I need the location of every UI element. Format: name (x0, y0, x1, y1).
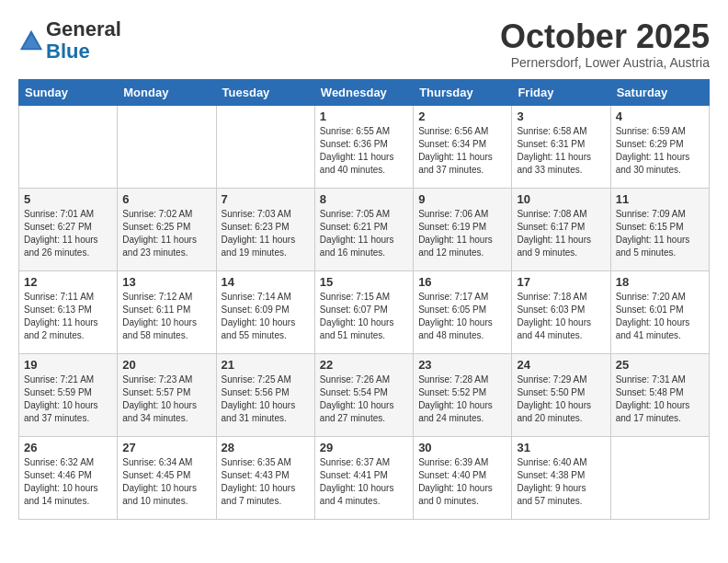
day-info: Sunrise: 7:23 AM Sunset: 5:57 PM Dayligh… (122, 373, 210, 425)
day-info: Sunrise: 7:31 AM Sunset: 5:48 PM Dayligh… (616, 373, 704, 425)
calendar-cell: 24Sunrise: 7:29 AM Sunset: 5:50 PM Dayli… (512, 353, 610, 436)
day-info: Sunrise: 7:09 AM Sunset: 6:15 PM Dayligh… (616, 208, 704, 259)
calendar-cell: 21Sunrise: 7:25 AM Sunset: 5:56 PM Dayli… (216, 353, 314, 436)
day-number: 6 (122, 192, 210, 206)
day-info: Sunrise: 7:06 AM Sunset: 6:19 PM Dayligh… (418, 208, 506, 259)
day-number: 27 (122, 441, 210, 454)
day-info: Sunrise: 6:37 AM Sunset: 4:41 PM Dayligh… (320, 456, 408, 508)
day-info: Sunrise: 6:55 AM Sunset: 6:36 PM Dayligh… (320, 125, 408, 177)
calendar-cell: 7Sunrise: 7:03 AM Sunset: 6:23 PM Daylig… (216, 188, 314, 270)
calendar-cell: 25Sunrise: 7:31 AM Sunset: 5:48 PM Dayli… (610, 353, 709, 436)
day-info: Sunrise: 6:39 AM Sunset: 4:40 PM Dayligh… (418, 456, 506, 508)
day-info: Sunrise: 7:20 AM Sunset: 6:01 PM Dayligh… (616, 291, 704, 342)
day-number: 29 (320, 441, 408, 454)
day-number: 30 (418, 441, 506, 454)
day-number: 5 (24, 192, 112, 206)
day-info: Sunrise: 7:26 AM Sunset: 5:54 PM Dayligh… (320, 373, 408, 425)
calendar-cell: 26Sunrise: 6:32 AM Sunset: 4:46 PM Dayli… (19, 436, 118, 519)
day-number: 17 (517, 275, 605, 289)
day-info: Sunrise: 6:56 AM Sunset: 6:34 PM Dayligh… (418, 125, 506, 177)
day-number: 22 (320, 358, 408, 372)
day-info: Sunrise: 7:08 AM Sunset: 6:17 PM Dayligh… (517, 208, 605, 259)
calendar-cell: 18Sunrise: 7:20 AM Sunset: 6:01 PM Dayli… (610, 270, 709, 353)
day-number: 24 (517, 358, 605, 372)
week-row-1: 5Sunrise: 7:01 AM Sunset: 6:27 PM Daylig… (19, 188, 710, 270)
calendar-cell: 3Sunrise: 6:58 AM Sunset: 6:31 PM Daylig… (512, 105, 610, 188)
day-number: 26 (24, 441, 112, 454)
day-info: Sunrise: 7:18 AM Sunset: 6:03 PM Dayligh… (517, 291, 605, 342)
day-number: 18 (616, 275, 704, 289)
day-info: Sunrise: 6:58 AM Sunset: 6:31 PM Dayligh… (517, 125, 605, 177)
day-number: 25 (616, 358, 704, 372)
day-info: Sunrise: 7:29 AM Sunset: 5:50 PM Dayligh… (517, 373, 605, 425)
calendar-cell (19, 105, 118, 188)
day-info: Sunrise: 7:15 AM Sunset: 6:07 PM Dayligh… (320, 291, 408, 342)
day-info: Sunrise: 7:05 AM Sunset: 6:21 PM Dayligh… (320, 208, 408, 259)
calendar-cell: 29Sunrise: 6:37 AM Sunset: 4:41 PM Dayli… (314, 436, 413, 519)
calendar-cell: 4Sunrise: 6:59 AM Sunset: 6:29 PM Daylig… (610, 105, 709, 188)
day-info: Sunrise: 7:03 AM Sunset: 6:23 PM Dayligh… (222, 208, 310, 259)
calendar-cell (216, 105, 314, 188)
day-number: 16 (418, 275, 506, 289)
weekday-header-wednesday: Wednesday (314, 79, 413, 105)
day-number: 11 (616, 192, 704, 206)
day-number: 14 (222, 275, 310, 289)
title-block: October 2025 Pernersdorf, Lower Austria,… (500, 18, 710, 70)
day-info: Sunrise: 7:28 AM Sunset: 5:52 PM Dayligh… (418, 373, 506, 425)
weekday-header-thursday: Thursday (414, 79, 512, 105)
calendar-cell: 12Sunrise: 7:11 AM Sunset: 6:13 PM Dayli… (19, 270, 118, 353)
day-info: Sunrise: 6:59 AM Sunset: 6:29 PM Dayligh… (616, 125, 704, 177)
calendar-cell: 6Sunrise: 7:02 AM Sunset: 6:25 PM Daylig… (118, 188, 216, 270)
calendar-cell: 11Sunrise: 7:09 AM Sunset: 6:15 PM Dayli… (610, 188, 709, 270)
calendar-table: SundayMondayTuesdayWednesdayThursdayFrid… (18, 79, 710, 520)
calendar-cell: 31Sunrise: 6:40 AM Sunset: 4:38 PM Dayli… (512, 436, 610, 519)
calendar-cell: 22Sunrise: 7:26 AM Sunset: 5:54 PM Dayli… (314, 353, 413, 436)
calendar-cell: 9Sunrise: 7:06 AM Sunset: 6:19 PM Daylig… (414, 188, 512, 270)
weekday-header-tuesday: Tuesday (216, 79, 314, 105)
day-number: 3 (517, 109, 605, 123)
page-header: General Blue October 2025 Pernersdorf, L… (18, 18, 710, 70)
weekday-header-monday: Monday (118, 79, 216, 105)
calendar-cell: 20Sunrise: 7:23 AM Sunset: 5:57 PM Dayli… (118, 353, 216, 436)
week-row-3: 19Sunrise: 7:21 AM Sunset: 5:59 PM Dayli… (19, 353, 710, 436)
day-info: Sunrise: 7:02 AM Sunset: 6:25 PM Dayligh… (122, 208, 210, 259)
day-number: 12 (24, 275, 112, 289)
week-row-0: 1Sunrise: 6:55 AM Sunset: 6:36 PM Daylig… (19, 105, 710, 188)
day-info: Sunrise: 7:11 AM Sunset: 6:13 PM Dayligh… (24, 291, 112, 342)
month-title: October 2025 (500, 18, 710, 55)
day-number: 15 (320, 275, 408, 289)
day-number: 10 (517, 192, 605, 206)
calendar-cell: 8Sunrise: 7:05 AM Sunset: 6:21 PM Daylig… (314, 188, 413, 270)
day-info: Sunrise: 7:01 AM Sunset: 6:27 PM Dayligh… (24, 208, 112, 259)
day-info: Sunrise: 7:17 AM Sunset: 6:05 PM Dayligh… (418, 291, 506, 342)
day-info: Sunrise: 7:21 AM Sunset: 5:59 PM Dayligh… (24, 373, 112, 425)
weekday-header-row: SundayMondayTuesdayWednesdayThursdayFrid… (19, 79, 710, 105)
calendar-cell: 10Sunrise: 7:08 AM Sunset: 6:17 PM Dayli… (512, 188, 610, 270)
calendar-cell: 2Sunrise: 6:56 AM Sunset: 6:34 PM Daylig… (414, 105, 512, 188)
day-number: 4 (616, 109, 704, 123)
day-number: 2 (418, 109, 506, 123)
day-info: Sunrise: 7:25 AM Sunset: 5:56 PM Dayligh… (222, 373, 310, 425)
day-info: Sunrise: 7:14 AM Sunset: 6:09 PM Dayligh… (222, 291, 310, 342)
calendar-cell: 14Sunrise: 7:14 AM Sunset: 6:09 PM Dayli… (216, 270, 314, 353)
day-number: 28 (222, 441, 310, 454)
weekday-header-sunday: Sunday (19, 79, 118, 105)
day-number: 19 (24, 358, 112, 372)
day-info: Sunrise: 6:40 AM Sunset: 4:38 PM Dayligh… (517, 456, 605, 508)
day-number: 9 (418, 192, 506, 206)
day-number: 8 (320, 192, 408, 206)
day-number: 7 (222, 192, 310, 206)
week-row-4: 26Sunrise: 6:32 AM Sunset: 4:46 PM Dayli… (19, 436, 710, 519)
calendar-cell (610, 436, 709, 519)
calendar-cell: 28Sunrise: 6:35 AM Sunset: 4:43 PM Dayli… (216, 436, 314, 519)
day-number: 23 (418, 358, 506, 372)
logo-blue-text: Blue (46, 40, 90, 63)
weekday-header-saturday: Saturday (610, 79, 709, 105)
week-row-2: 12Sunrise: 7:11 AM Sunset: 6:13 PM Dayli… (19, 270, 710, 353)
calendar-cell: 23Sunrise: 7:28 AM Sunset: 5:52 PM Dayli… (414, 353, 512, 436)
weekday-header-friday: Friday (512, 79, 610, 105)
day-info: Sunrise: 6:34 AM Sunset: 4:45 PM Dayligh… (122, 456, 210, 508)
day-number: 31 (517, 441, 605, 454)
day-number: 21 (222, 358, 310, 372)
location-subtitle: Pernersdorf, Lower Austria, Austria (500, 55, 710, 70)
